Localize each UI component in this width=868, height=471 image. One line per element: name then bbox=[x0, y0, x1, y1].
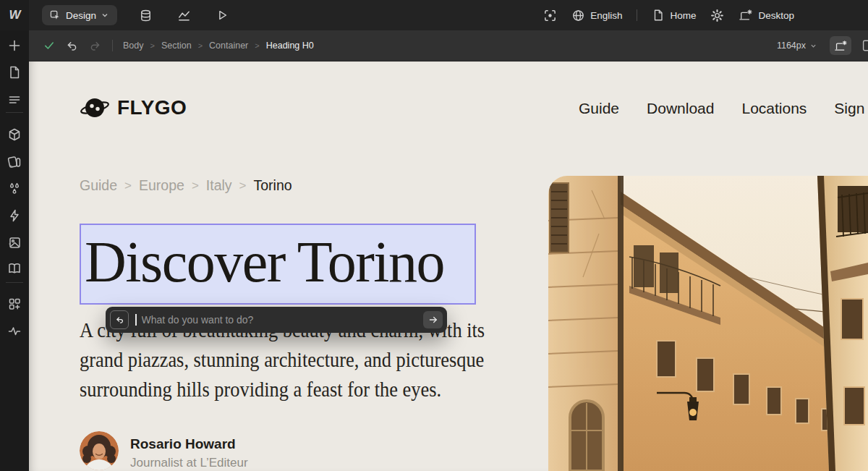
paragraph-line: surrounding hills providing a feast for … bbox=[80, 374, 485, 404]
sidebar-divider bbox=[6, 112, 23, 113]
page-label: Home bbox=[670, 10, 696, 21]
design-cursor-icon bbox=[49, 9, 61, 21]
design-mode-label: Design bbox=[66, 10, 96, 21]
undo-icon[interactable] bbox=[66, 40, 78, 52]
breadcrumb-item-section[interactable]: Section bbox=[161, 41, 192, 51]
breadcrumb-item-body[interactable]: Body bbox=[123, 41, 144, 51]
site-breadcrumb-italy[interactable]: Italy bbox=[206, 177, 232, 194]
breadcrumb-item-heading[interactable]: Heading H0 bbox=[266, 41, 314, 51]
breakpoint-label: Desktop bbox=[758, 10, 794, 21]
focus-locate-icon[interactable] bbox=[543, 9, 557, 22]
globe-icon bbox=[571, 9, 585, 22]
nav-link-locations[interactable]: Locations bbox=[741, 100, 807, 117]
libraries-icon[interactable] bbox=[7, 261, 22, 276]
chevron-down-icon bbox=[101, 12, 109, 19]
left-toolbar bbox=[0, 30, 29, 471]
cms-database-icon[interactable] bbox=[139, 9, 153, 22]
top-bar: W Design bbox=[0, 0, 868, 30]
text-caret bbox=[135, 314, 137, 326]
gear-icon[interactable] bbox=[710, 9, 724, 22]
laptop-breakpoint-icon bbox=[834, 40, 848, 52]
site-nav: Guide Download Locations Sign up bbox=[579, 100, 868, 117]
assets-icon[interactable] bbox=[7, 235, 22, 250]
apps-icon[interactable] bbox=[7, 297, 22, 311]
planet-logo-icon bbox=[80, 94, 110, 122]
breakpoint-selector[interactable]: Desktop bbox=[739, 9, 794, 22]
preview-play-icon[interactable] bbox=[216, 9, 229, 22]
analytics-chart-icon[interactable] bbox=[177, 9, 191, 22]
breadcrumb-separator: > bbox=[192, 179, 199, 193]
site-breadcrumb-guide[interactable]: Guide bbox=[80, 177, 117, 194]
topbar-divider bbox=[637, 9, 637, 21]
webflow-logo[interactable]: W bbox=[0, 0, 29, 30]
prompt-back-button[interactable] bbox=[110, 310, 129, 329]
page-selector[interactable]: Home bbox=[652, 9, 696, 22]
design-mode-button[interactable]: Design bbox=[42, 5, 117, 25]
webflow-designer-window: W Design bbox=[0, 0, 868, 471]
element-breadcrumb: Body > Section > Container > Heading H0 bbox=[123, 41, 314, 51]
canvas-width-value: 1164px bbox=[777, 41, 806, 51]
breadcrumb-separator: > bbox=[124, 179, 132, 193]
breadcrumb-separator: > bbox=[150, 41, 155, 50]
author-role: Journalist at L’Editeur bbox=[130, 456, 248, 470]
nav-link-download[interactable]: Download bbox=[647, 100, 714, 117]
navigator-icon[interactable] bbox=[7, 93, 22, 107]
site-breadcrumb-torino: Torino bbox=[254, 177, 292, 194]
nav-link-signup[interactable]: Sign up bbox=[834, 100, 868, 117]
redo-icon[interactable] bbox=[89, 40, 101, 52]
page-title: Discover Torino bbox=[81, 225, 475, 299]
author-block: Rosario Howard Journalist at L’Editeur bbox=[80, 431, 248, 470]
language-label: English bbox=[590, 10, 622, 21]
laptop-breakpoint-button[interactable] bbox=[830, 36, 851, 55]
prompt-input[interactable] bbox=[140, 313, 417, 326]
variables-icon[interactable] bbox=[7, 182, 22, 196]
interactions-icon[interactable] bbox=[7, 208, 22, 223]
toolbar-divider bbox=[112, 40, 113, 51]
sidebar-divider bbox=[6, 282, 23, 283]
add-element-icon[interactable] bbox=[7, 38, 22, 53]
language-selector[interactable]: English bbox=[571, 9, 622, 22]
site-logo[interactable]: FLYGO bbox=[80, 94, 187, 122]
breadcrumb-separator: > bbox=[239, 179, 247, 193]
audit-icon[interactable] bbox=[7, 324, 22, 339]
avatar bbox=[80, 431, 119, 470]
site-logo-text: FLYGO bbox=[117, 96, 187, 119]
canvas-toolbar: Body > Section > Container > Heading H0 … bbox=[29, 30, 868, 61]
selected-heading-element[interactable]: Discover Torino bbox=[80, 224, 476, 305]
paragraph-line: grand piazzas, stunning architecture, an… bbox=[80, 344, 485, 374]
style-panel-icon[interactable] bbox=[7, 154, 22, 169]
breadcrumb-separator: > bbox=[255, 41, 259, 50]
prompt-send-button[interactable] bbox=[423, 311, 443, 328]
webflow-logo-glyph: W bbox=[9, 8, 20, 22]
tablet-breakpoint-button[interactable] bbox=[860, 36, 868, 55]
pages-icon[interactable] bbox=[7, 65, 22, 80]
components-icon[interactable] bbox=[7, 127, 22, 142]
chevron-down-icon bbox=[810, 43, 817, 49]
site-breadcrumb: Guide > Europe > Italy > Torino bbox=[80, 177, 292, 194]
tablet-breakpoint-icon bbox=[861, 39, 868, 52]
design-canvas[interactable]: FLYGO Guide Download Locations Sign up G… bbox=[29, 61, 868, 471]
breadcrumb-separator: > bbox=[198, 41, 203, 50]
return-arrow-icon bbox=[115, 315, 124, 325]
author-name: Rosario Howard bbox=[130, 436, 248, 452]
canvas-width-selector[interactable]: 1164px bbox=[777, 41, 817, 51]
nav-link-guide[interactable]: Guide bbox=[579, 100, 619, 117]
arrow-right-icon bbox=[428, 315, 438, 325]
street-photo[interactable] bbox=[548, 176, 868, 471]
saved-check-icon bbox=[43, 40, 55, 51]
site-breadcrumb-europe[interactable]: Europe bbox=[139, 177, 184, 194]
breadcrumb-item-container[interactable]: Container bbox=[209, 41, 248, 51]
page-icon bbox=[652, 9, 665, 22]
desktop-breakpoint-icon bbox=[739, 9, 753, 22]
ai-prompt-bar[interactable] bbox=[106, 307, 447, 333]
